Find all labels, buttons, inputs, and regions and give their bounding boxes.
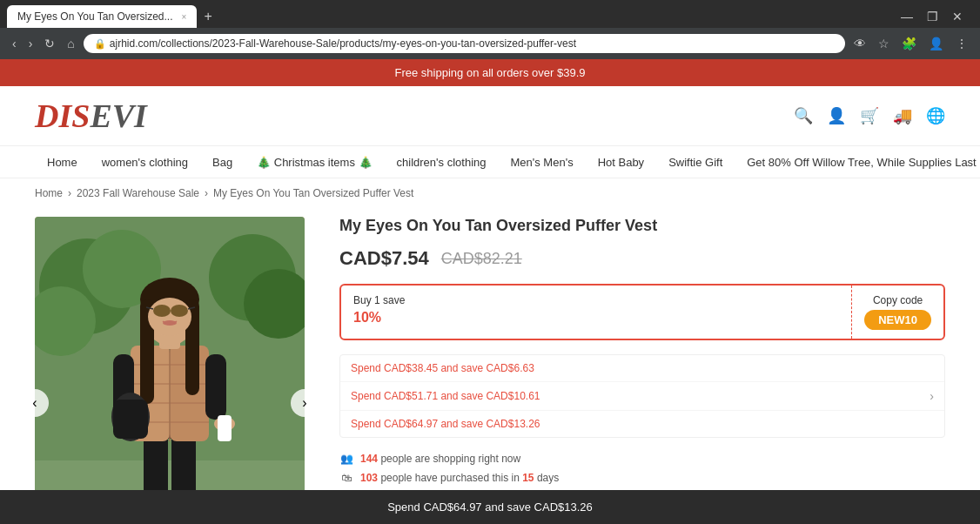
image-prev-btn[interactable]: ‹ [21, 389, 49, 417]
logo[interactable]: DI S EVI [35, 97, 147, 135]
spend-offer-1-text: Spend CAD$38.45 and save CAD$6.63 [351, 362, 534, 374]
shoppers-icon: 👥 [339, 452, 353, 466]
breadcrumb-home[interactable]: Home [35, 187, 63, 199]
spend-offer-arrow: › [930, 389, 934, 403]
coupon-left: Buy 1 save 10% [341, 286, 851, 339]
image-next-btn[interactable]: › [291, 389, 319, 417]
product-image-wrapper: ‹ [35, 217, 305, 524]
product-image-svg [35, 217, 305, 521]
profile-btn[interactable]: 👤 [925, 33, 947, 54]
bookmark-btn[interactable]: ☆ [875, 33, 893, 54]
url-input[interactable] [110, 37, 835, 50]
breadcrumb-sep1: › [68, 187, 71, 199]
product-image [35, 217, 305, 521]
nav-hotbaby[interactable]: Hot Baby [586, 147, 656, 178]
stat-shoppers: 👥 144 people are shopping right now [339, 452, 945, 466]
nav-childrens[interactable]: children's clothing [385, 147, 499, 178]
new-tab-button[interactable]: + [197, 5, 218, 28]
svg-rect-22 [205, 354, 226, 420]
shoppers-text: people are shopping right now [380, 453, 520, 465]
svg-rect-24 [218, 415, 232, 441]
back-btn[interactable]: ‹ [9, 33, 20, 54]
breadcrumb: Home › 2023 Fall Warehouse Sale › My Eye… [0, 178, 980, 208]
coupon-code-button[interactable]: NEW10 [864, 310, 931, 330]
svg-point-31 [153, 305, 171, 317]
product-price: CAD$7.54 CAD$82.21 [339, 247, 945, 270]
svg-point-36 [163, 320, 177, 326]
coupon-percent: 10% [353, 310, 839, 326]
tab-close-btn[interactable]: × [182, 12, 187, 22]
stat-purchased: 🛍 103 people have purchased this in 15 d… [339, 471, 945, 485]
coupon-right: Copy code NEW10 [851, 286, 943, 339]
minimize-btn[interactable]: — [897, 6, 916, 27]
active-tab[interactable]: My Eyes On You Tan Oversized... × [7, 5, 197, 28]
product-info: My Eyes On You Tan Oversized Puffer Vest… [339, 217, 945, 524]
eye-icon-btn[interactable]: 👁 [850, 33, 869, 54]
tab-title: My Eyes On You Tan Oversized... [17, 10, 173, 23]
breadcrumb-sale[interactable]: 2023 Fall Warehouse Sale [77, 187, 199, 199]
menu-btn[interactable]: ⋮ [952, 33, 971, 54]
spend-offer-3[interactable]: Spend CAD$64.97 and save CAD$13.26 [340, 411, 944, 437]
price-original: CAD$82.21 [441, 250, 522, 268]
account-button[interactable]: 👤 [827, 106, 846, 125]
page: Free shipping on all orders over $39.9 D… [0, 59, 980, 524]
restore-btn[interactable]: ❐ [923, 6, 942, 27]
announcement-text: Free shipping on all orders over $39.9 [395, 66, 586, 79]
price-current: CAD$7.54 [339, 247, 429, 270]
truck-button[interactable]: 🚚 [893, 106, 912, 125]
nav-christmas[interactable]: 🎄 Christmas items 🎄 [245, 147, 384, 178]
extensions-btn[interactable]: 🧩 [898, 33, 920, 54]
nav-willow[interactable]: Get 80% Off Willow Tree, While Supplies … [735, 147, 980, 178]
logo-evi: EVI [90, 97, 146, 135]
forward-btn[interactable]: › [25, 33, 37, 54]
nav-bag[interactable]: Bag [200, 147, 245, 178]
spend-offer-2[interactable]: Spend CAD$51.71 and save CAD$10.61 › [340, 382, 944, 411]
svg-point-32 [171, 305, 188, 317]
coupon-box: Buy 1 save 10% Copy code NEW10 [339, 284, 945, 340]
nav-swiftie[interactable]: Swiftie Gift [656, 147, 735, 178]
product-container: ‹ [0, 208, 980, 524]
close-browser-btn[interactable]: ✕ [949, 6, 966, 27]
tab-bar: My Eyes On You Tan Oversized... × + — ❐ … [0, 0, 980, 28]
site-header: DI S EVI 🔍 👤 🛒 🚚 🌐 [0, 86, 980, 146]
svg-rect-38 [113, 400, 148, 439]
address-bar[interactable]: 🔒 [84, 34, 845, 53]
nav-mens[interactable]: Men's Men's [498, 147, 585, 178]
purchased-count: 103 [360, 472, 378, 484]
nav-bar: ‹ › ↻ ⌂ 🔒 👁 ☆ 🧩 👤 ⋮ [0, 28, 980, 59]
purchased-text1: people have purchased this in [380, 472, 519, 484]
site-nav: Home women's clothing Bag 🎄 Christmas it… [0, 146, 980, 178]
svg-point-30 [148, 298, 191, 336]
coupon-copy-label: Copy code [873, 294, 923, 306]
nav-womens[interactable]: women's clothing [90, 147, 200, 178]
coupon-save-label: Buy 1 save [353, 294, 839, 306]
logo-di: DI [35, 97, 71, 135]
spend-offer-2-text: Spend CAD$51.71 and save CAD$10.61 [351, 390, 540, 402]
cart-button[interactable]: 🛒 [860, 106, 879, 125]
globe-button[interactable]: 🌐 [926, 106, 945, 125]
purchased-icon: 🛍 [339, 471, 353, 485]
shoppers-count: 144 [360, 453, 378, 465]
nav-home[interactable]: Home [35, 147, 90, 178]
breadcrumb-current: My Eyes On You Tan Oversized Puffer Vest [213, 187, 413, 199]
search-button[interactable]: 🔍 [794, 106, 813, 125]
bottom-banner-text: Spend CAD$64.97 and save CAD$13.26 [387, 500, 593, 514]
logo-s: S [71, 97, 90, 135]
spend-offer-3-text: Spend CAD$64.97 and save CAD$13.26 [351, 418, 540, 430]
purchased-days: 15 [522, 472, 534, 484]
browser-chrome: My Eyes On You Tan Oversized... × + — ❐ … [0, 0, 980, 59]
spend-offer-1[interactable]: Spend CAD$38.45 and save CAD$6.63 [340, 355, 944, 382]
purchased-text2: days [537, 472, 559, 484]
home-btn[interactable]: ⌂ [64, 33, 77, 54]
bottom-banner: Spend CAD$64.97 and save CAD$13.26 [0, 490, 980, 524]
announcement-bar: Free shipping on all orders over $39.9 [0, 59, 980, 86]
breadcrumb-sep2: › [205, 187, 208, 199]
product-title: My Eyes On You Tan Oversized Puffer Vest [339, 217, 945, 235]
header-icons: 🔍 👤 🛒 🚚 🌐 [794, 106, 945, 125]
spend-offers: Spend CAD$38.45 and save CAD$6.63 Spend … [339, 354, 945, 438]
refresh-btn[interactable]: ↻ [41, 33, 58, 54]
